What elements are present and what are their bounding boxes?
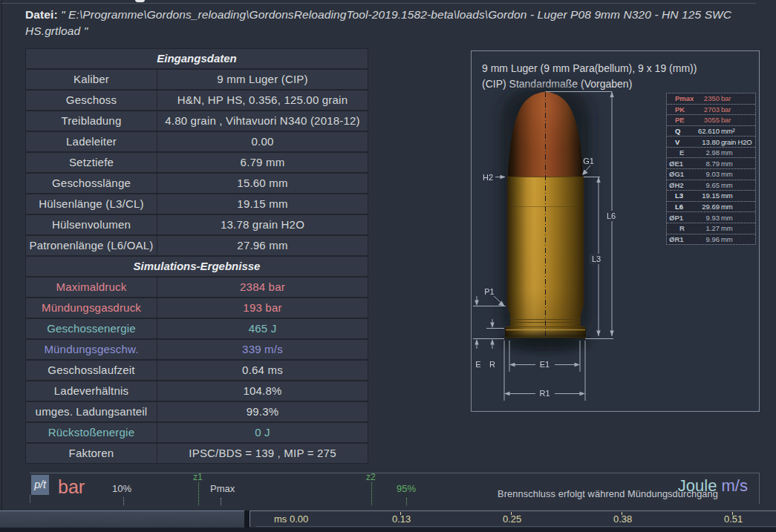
svg-text:E: E bbox=[475, 360, 480, 369]
svg-text:L3: L3 bbox=[592, 254, 601, 263]
svg-text:E1: E1 bbox=[540, 360, 550, 369]
svg-text:P1: P1 bbox=[484, 287, 494, 296]
svg-text:R1: R1 bbox=[539, 389, 550, 398]
svg-text:H2: H2 bbox=[483, 173, 493, 182]
svg-text:L6: L6 bbox=[607, 211, 616, 220]
svg-text:R: R bbox=[489, 360, 495, 369]
svg-text:G1: G1 bbox=[583, 157, 594, 165]
